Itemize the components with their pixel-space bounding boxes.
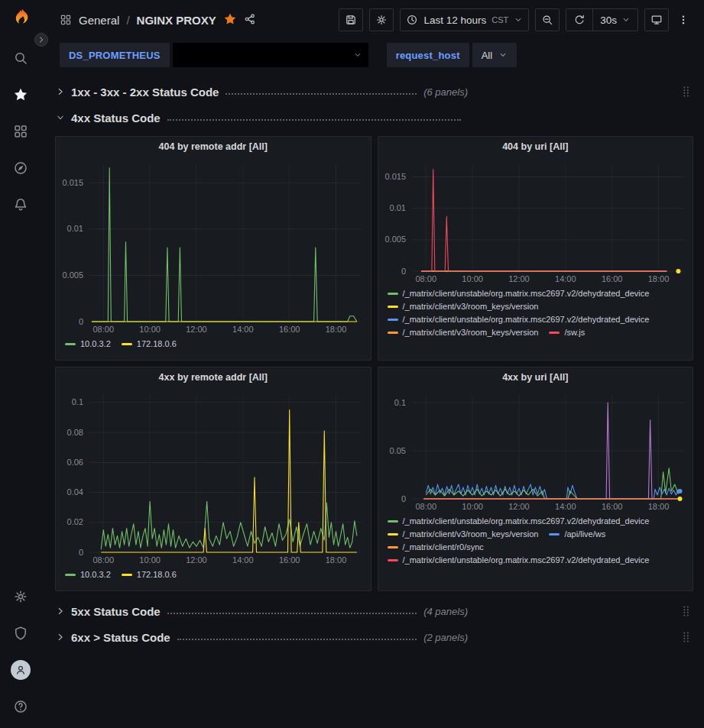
- svg-text:18:00: 18:00: [326, 555, 347, 565]
- main-area: General / NGINX PROXY Last 12 hours CST: [41, 0, 704, 648]
- legend-swatch: [388, 332, 398, 334]
- dashboard-settings-button[interactable]: [369, 8, 394, 31]
- svg-text:0.01: 0.01: [389, 203, 405, 212]
- legend-item[interactable]: /_matrix/client/unstable/org.matrix.msc2…: [388, 315, 650, 324]
- shield-icon: [13, 626, 28, 641]
- legend-item[interactable]: 172.18.0.6: [122, 570, 177, 579]
- row-4xx[interactable]: 4xx Status Code: [55, 107, 693, 128]
- dashboard-variables-bar: DS_PROMETHEUS request_host All: [41, 40, 704, 75]
- sidebar-item-configuration[interactable]: [0, 578, 41, 615]
- svg-text:0.015: 0.015: [62, 178, 83, 187]
- panel-4: 4xx by uri [All]08:0010:0012:0014:0016:0…: [378, 367, 694, 591]
- bell-icon: [13, 197, 28, 212]
- svg-text:0.005: 0.005: [62, 270, 83, 280]
- svg-text:14:00: 14:00: [555, 274, 576, 283]
- drag-handle-icon[interactable]: [680, 630, 693, 644]
- time-range-picker[interactable]: Last 12 hours CST: [400, 8, 529, 31]
- svg-text:10:00: 10:00: [462, 274, 483, 283]
- legend-item[interactable]: 10.0.3.2: [65, 570, 111, 579]
- row-dotted-leader: [167, 613, 417, 614]
- sidebar-item-dashboards[interactable]: [0, 113, 41, 150]
- legend-item[interactable]: /_matrix/client/v3/room_keys/version: [388, 302, 539, 311]
- svg-text:0: 0: [401, 494, 405, 503]
- tv-mode-button[interactable]: [644, 8, 669, 31]
- share-icon: [244, 13, 256, 25]
- svg-text:10:00: 10:00: [139, 555, 161, 565]
- sidebar-item-starred[interactable]: [0, 76, 41, 113]
- row-5xx[interactable]: 5xx Status Code (4 panels): [55, 600, 693, 622]
- svg-text:08:00: 08:00: [415, 274, 436, 283]
- more-options-button[interactable]: [675, 8, 692, 31]
- grafana-logo-icon[interactable]: [9, 8, 32, 31]
- sidebar-item-help[interactable]: [0, 688, 41, 725]
- sidebar-item-alerting[interactable]: [0, 186, 41, 223]
- drag-handle-icon[interactable]: [680, 85, 693, 99]
- refresh-button[interactable]: [566, 9, 592, 31]
- star-icon: [13, 87, 28, 102]
- svg-text:10:00: 10:00: [462, 502, 483, 511]
- sidebar-item-profile[interactable]: [0, 652, 41, 688]
- legend-item[interactable]: /_matrix/client/v3/room_keys/version: [388, 328, 539, 337]
- dashboard-title[interactable]: NGINX PROXY: [137, 14, 216, 27]
- panel-chart[interactable]: 08:0010:0012:0014:0016:0018:0000.020.040…: [56, 387, 371, 568]
- legend-label: /_matrix/client/v3/room_keys/version: [403, 529, 539, 539]
- save-dashboard-button[interactable]: [339, 8, 363, 31]
- svg-text:14:00: 14:00: [232, 325, 254, 334]
- sidebar-item-explore[interactable]: [0, 150, 41, 186]
- legend-label: /_matrix/client/v3/room_keys/version: [403, 302, 539, 311]
- legend-item[interactable]: /_matrix/client/v3/room_keys/version: [388, 529, 539, 539]
- legend-label: /_matrix/client/unstable/org.matrix.msc2…: [403, 555, 650, 565]
- legend-item[interactable]: /_matrix/client/unstable/org.matrix.msc2…: [388, 516, 650, 526]
- zoom-out-time-button[interactable]: [535, 8, 560, 31]
- row-title: 4xx Status Code: [71, 112, 161, 125]
- row-title: 6xx > Status Code: [71, 631, 170, 644]
- row-panel-count: (4 panels): [423, 606, 468, 617]
- legend-item[interactable]: /api/live/ws: [549, 529, 605, 539]
- row-1xx-3xx-2xx[interactable]: 1xx - 3xx - 2xx Status Code (6 panels): [55, 81, 693, 102]
- zoom-out-icon: [541, 14, 553, 26]
- sidebar-item-server-admin[interactable]: [0, 615, 41, 652]
- panel-title[interactable]: 404 by remote addr [All]: [56, 137, 371, 157]
- panel-3: 4xx by remote addr [All]08:0010:0012:001…: [55, 367, 371, 591]
- legend-label: /_matrix/client/unstable/org.matrix.msc2…: [403, 289, 650, 298]
- chevron-right-icon: [55, 632, 66, 642]
- kebab-menu-icon: [677, 14, 689, 26]
- panel-title[interactable]: 404 by uri [All]: [378, 137, 693, 157]
- panel-chart[interactable]: 08:0010:0012:0014:0016:0018:0000.050.1: [378, 387, 693, 514]
- legend-label: 10.0.3.2: [80, 570, 111, 579]
- legend-swatch: [122, 343, 132, 345]
- datasource-variable-select[interactable]: [173, 43, 368, 67]
- sidebar-item-search[interactable]: [0, 40, 41, 76]
- svg-text:12:00: 12:00: [186, 555, 207, 565]
- panel-2: 404 by uri [All]08:0010:0012:0014:0016:0…: [378, 136, 694, 361]
- panel-legend: /_matrix/client/unstable/org.matrix.msc2…: [378, 286, 693, 360]
- legend-item[interactable]: /sw.js: [549, 328, 585, 337]
- sidebar-expand-button[interactable]: [34, 33, 48, 47]
- breadcrumb-folder[interactable]: General: [79, 14, 119, 27]
- panel-chart[interactable]: 08:0010:0012:0014:0016:0018:0000.0050.01…: [56, 157, 371, 337]
- panel-chart[interactable]: 08:0010:0012:0014:0016:0018:0000.0050.01…: [378, 157, 693, 286]
- chevron-right-icon: [55, 606, 66, 616]
- row-dotted-leader: [225, 93, 417, 95]
- legend-item[interactable]: /_matrix/client/unstable/org.matrix.msc2…: [388, 555, 650, 565]
- share-dashboard-button[interactable]: [244, 13, 256, 28]
- datasource-variable: DS_PROMETHEUS: [60, 43, 368, 67]
- sidebar-bottom: [0, 578, 41, 725]
- panel-title[interactable]: 4xx by remote addr [All]: [56, 367, 371, 387]
- panel-title[interactable]: 4xx by uri [All]: [378, 367, 693, 387]
- drag-handle-icon[interactable]: [680, 604, 693, 618]
- legend-item[interactable]: /_matrix/client/r0/sync: [388, 542, 484, 552]
- svg-text:0.1: 0.1: [394, 398, 405, 407]
- legend-item[interactable]: 172.18.0.6: [122, 339, 177, 348]
- request-host-variable-select[interactable]: All: [472, 43, 517, 67]
- svg-text:0.08: 0.08: [67, 428, 83, 437]
- refresh-interval-dropdown[interactable]: 30s: [592, 9, 637, 31]
- favorite-star-button[interactable]: [223, 12, 237, 28]
- chevron-down-icon: [498, 50, 508, 60]
- request-host-variable-label: request_host: [387, 43, 469, 67]
- row-6xx[interactable]: 6xx > Status Code (2 panels): [55, 626, 693, 648]
- legend-item[interactable]: 10.0.3.2: [65, 339, 111, 348]
- sidebar: [0, 0, 41, 728]
- legend-item[interactable]: /_matrix/client/unstable/org.matrix.msc2…: [388, 289, 650, 298]
- row-title: 5xx Status Code: [71, 605, 161, 618]
